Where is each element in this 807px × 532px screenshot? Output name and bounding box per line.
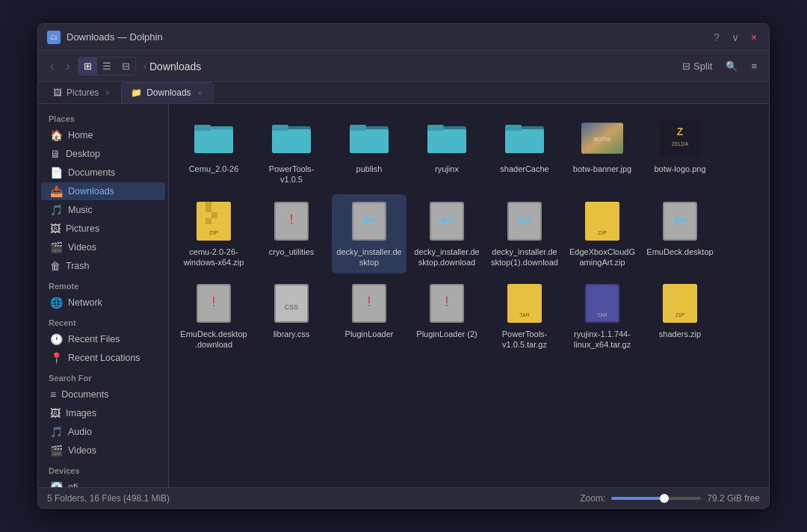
sidebar-item-search-documents[interactable]: ≡ Documents	[41, 386, 165, 403]
network-icon: 🌐	[50, 297, 63, 309]
sidebar-item-home-label: Home	[68, 130, 93, 140]
icon-view-button[interactable]: ⊞	[78, 58, 97, 75]
file-item-decky2-label: decky_installer.desktop.download	[413, 247, 480, 268]
split-label: Split	[693, 61, 712, 72]
split-button[interactable]: ⊟ Split	[678, 58, 717, 75]
svg-text:CSS: CSS	[285, 303, 299, 311]
back-button[interactable]: ‹	[46, 57, 58, 76]
sidebar-item-recent-locations[interactable]: 📍 Recent Locations	[41, 349, 165, 367]
file-item-emudeck[interactable]: ↩ EmuDeck.desktop	[643, 194, 717, 274]
file-item-decky3-label: decky_installer.desktop(1).download	[491, 247, 558, 268]
zoom-label: Zoom:	[580, 493, 605, 504]
emudeck-icon: ↩	[659, 200, 701, 242]
file-item-ryujinx-tar[interactable]: TAR ryujinx-1.1.744-linux_x64.tar.gz	[565, 276, 640, 356]
file-item-decky3[interactable]: ↩ decky_installer.desktop(1).download	[487, 194, 562, 274]
file-item-cemu-label: Cemu_2.0-26	[189, 164, 239, 174]
split-view-button[interactable]: ⊟	[117, 58, 135, 75]
file-item-botw-banner[interactable]: BOTW botw-banner.jpg	[565, 111, 640, 191]
file-item-edge-zip[interactable]: ZIP EdgeXboxCloudGamingArt.zip	[565, 194, 640, 274]
close-button[interactable]: ×	[748, 30, 760, 45]
file-item-ryujinx-label: ryujinx	[435, 164, 459, 174]
sidebar-item-music-label: Music	[68, 205, 93, 215]
file-item-cryo[interactable]: ! cryo_utilities	[254, 194, 329, 274]
sidebar-item-home[interactable]: 🏠 Home	[41, 126, 165, 144]
breadcrumb-current[interactable]: Downloads	[149, 61, 201, 72]
file-item-cemu-zip[interactable]: ZIP cemu-2.0-26-windows-x64.zip	[176, 194, 251, 274]
tab-pictures-close[interactable]: ×	[103, 88, 112, 98]
svg-text:!: !	[367, 294, 371, 309]
svg-rect-3	[194, 125, 211, 131]
sidebar-item-music[interactable]: 🎵 Music	[41, 201, 165, 219]
sidebar-item-videos[interactable]: 🎬 Videos	[41, 238, 165, 256]
sidebar-item-desktop[interactable]: 🖥 Desktop	[41, 145, 165, 163]
tab-downloads-label: Downloads	[146, 87, 191, 98]
sidebar-item-downloads[interactable]: 📥 Downloads	[41, 182, 165, 200]
file-item-emudeck-dl[interactable]: ! EmuDeck.desktop.download	[176, 276, 251, 356]
sidebar-item-network[interactable]: 🌐 Network	[41, 294, 165, 312]
cemu-icon	[193, 117, 235, 159]
sidebar-item-recent-files[interactable]: 🕐 Recent Files	[41, 330, 165, 348]
pictures-icon: 🖼	[50, 223, 61, 235]
file-item-pluginloader[interactable]: ! PluginLoader	[332, 276, 406, 356]
search-audio-icon: 🎵	[50, 426, 63, 438]
file-item-decky2[interactable]: ↩ decky_installer.desktop.download	[409, 194, 484, 274]
zoom-slider[interactable]	[611, 497, 701, 500]
titlebar: 🗂 Downloads — Dolphin ? ∨ ×	[38, 24, 769, 51]
pluginloader2-icon: !	[426, 282, 468, 324]
file-item-botw-logo[interactable]: Z ZELDA botw-logo.png	[643, 111, 717, 191]
file-item-decky1[interactable]: ↩ decky_installer.desktop	[332, 194, 406, 274]
file-item-pluginloader2-label: PluginLoader (2)	[416, 329, 477, 339]
shaders-zip-icon: ZIP	[659, 282, 701, 324]
sidebar-item-pictures-label: Pictures	[66, 223, 99, 234]
tab-downloads-close[interactable]: ×	[196, 88, 205, 98]
powertools-tar-icon: TAR	[504, 282, 545, 324]
toolbar-right: ⊟ Split 🔍 ≡	[678, 58, 761, 75]
sidebar-item-search-audio[interactable]: 🎵 Audio	[41, 423, 165, 441]
zoom-area: Zoom: 79.2 GiB free	[580, 493, 760, 504]
cryo-icon: !	[270, 200, 312, 242]
file-item-pluginloader2[interactable]: ! PluginLoader (2)	[409, 276, 484, 356]
file-item-shaders-zip-label: shaders.zip	[659, 329, 701, 339]
file-item-cryo-label: cryo_utilities	[269, 247, 315, 257]
app-icon: 🗂	[47, 31, 61, 44]
svg-text:!: !	[289, 212, 293, 227]
search-images-icon: 🖼	[50, 407, 61, 419]
file-item-cemu[interactable]: Cemu_2.0-26	[176, 111, 251, 191]
sidebar-item-documents-label: Documents	[68, 167, 115, 178]
decky3-icon: ↩	[504, 200, 545, 242]
file-item-ryujinx-tar-label: ryujinx-1.1.744-linux_x64.tar.gz	[569, 329, 636, 350]
sidebar-item-search-images[interactable]: 🖼 Images	[41, 404, 165, 422]
file-item-powertools[interactable]: PowerTools-v1.0.5	[254, 111, 329, 191]
minimize-button[interactable]: ∨	[729, 30, 742, 45]
tab-pictures[interactable]: 🖼 Pictures ×	[44, 82, 121, 103]
file-item-ryujinx[interactable]: ryujinx	[409, 111, 484, 191]
menu-button[interactable]: ≡	[746, 58, 761, 75]
file-item-shadercache[interactable]: shaderCache	[487, 111, 562, 191]
file-item-powertools-tar[interactable]: TAR PowerTools-v1.0.5.tar.gz	[487, 276, 562, 356]
botw-logo-icon: Z ZELDA	[659, 117, 701, 159]
sidebar-item-trash[interactable]: 🗑 Trash	[41, 257, 165, 275]
hamburger-icon: ≡	[751, 61, 757, 72]
help-button[interactable]: ?	[711, 30, 723, 45]
list-view-button[interactable]: ☰	[97, 58, 117, 75]
sidebar-item-efi[interactable]: 💽 efi	[41, 478, 165, 487]
sidebar-item-documents[interactable]: 📄 Documents	[41, 164, 165, 182]
sidebar-item-pictures[interactable]: 🖼 Pictures	[41, 220, 165, 238]
file-item-shaders-zip[interactable]: ZIP shaders.zip	[643, 276, 717, 356]
breadcrumb: › Downloads	[139, 61, 675, 72]
main-content: Places 🏠 Home 🖥 Desktop 📄 Documents 📥 Do…	[38, 104, 769, 487]
file-item-library-css[interactable]: CSS library.css	[254, 276, 329, 356]
file-area: Cemu_2.0-26 PowerTools-v1.0.5	[169, 104, 769, 487]
sidebar-item-search-videos[interactable]: 🎬 Videos	[41, 442, 165, 460]
decky1-icon: ↩	[348, 200, 390, 242]
file-item-emudeck-label: EmuDeck.desktop	[646, 247, 713, 257]
svg-text:ZIP: ZIP	[598, 229, 607, 236]
tab-downloads[interactable]: 📁 Downloads ×	[121, 82, 214, 103]
file-item-decky1-label: decky_installer.desktop	[336, 247, 403, 268]
tab-downloads-icon: 📁	[131, 87, 142, 98]
sidebar-devices-label: Devices	[38, 460, 168, 477]
file-item-publish[interactable]: publish	[332, 111, 406, 191]
search-button[interactable]: 🔍	[721, 58, 742, 75]
main-window: 🗂 Downloads — Dolphin ? ∨ × ‹ › ⊞ ☰ ⊟ › …	[37, 23, 770, 509]
forward-button[interactable]: ›	[61, 57, 74, 76]
